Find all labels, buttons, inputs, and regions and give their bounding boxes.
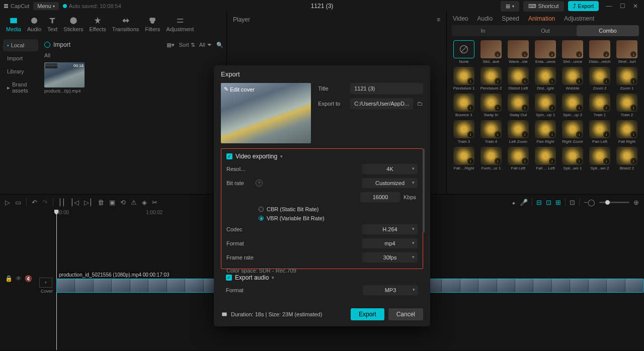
export-dialog: Export ✎ Edit cover Title 1121 (3) Expor… xyxy=(214,65,430,326)
resolution-label: Resol... xyxy=(226,166,256,172)
audio-export-header: ✓ Export audio ▾ xyxy=(226,274,418,281)
codec-select[interactable]: H.264 xyxy=(362,224,418,234)
format-label: Format xyxy=(226,240,256,246)
bitrate-value-input[interactable]: 16000 xyxy=(360,192,400,202)
export-confirm-button[interactable]: Export xyxy=(351,308,384,320)
modal-overlay: Export ✎ Edit cover Title 1121 (3) Expor… xyxy=(0,0,644,351)
dialog-title: Export xyxy=(214,65,430,83)
bitrate-help-icon[interactable]: ? xyxy=(256,180,263,187)
exportto-input[interactable]: C:/Users/User/AppD... xyxy=(350,98,413,109)
cbr-radio[interactable] xyxy=(259,207,264,212)
bitrate-label: Bit rate xyxy=(226,180,256,186)
audio-format-select[interactable]: MP3 xyxy=(363,285,418,295)
codec-label: Codec xyxy=(226,226,256,232)
video-exporting-header: ✓ Video exporting ▾ xyxy=(226,153,418,160)
framerate-label: Frame rate xyxy=(226,254,256,260)
svg-rect-7 xyxy=(222,313,226,316)
browse-folder-icon[interactable]: 🗀 xyxy=(417,100,423,107)
exportto-label: Export to xyxy=(318,101,346,107)
duration-info: Duration: 18s | Size: 23M (estimated) xyxy=(221,311,322,318)
bitrate-select[interactable]: Customized xyxy=(362,178,418,188)
bitrate-unit: Kbps xyxy=(404,194,418,200)
audio-export-checkbox[interactable]: ✓ xyxy=(226,275,232,281)
edit-cover-button[interactable]: ✎ Edit cover xyxy=(224,86,255,93)
vbr-radio[interactable] xyxy=(259,216,264,221)
cancel-button[interactable]: Cancel xyxy=(388,308,423,320)
audio-format-label: Format xyxy=(226,287,255,293)
resolution-select[interactable]: 4K xyxy=(362,164,418,174)
cbr-radio-row[interactable]: CBR (Static Bit Rate) xyxy=(226,206,418,212)
color-space-info: Color space: SDR - Rec.709 xyxy=(226,267,418,275)
format-select[interactable]: mp4 xyxy=(362,238,418,248)
framerate-select[interactable]: 30fps xyxy=(362,252,418,262)
vbr-radio-row[interactable]: VBR (Variable Bit Rate) xyxy=(226,215,418,221)
title-label: Title xyxy=(318,85,346,92)
cover-preview: ✎ Edit cover xyxy=(221,83,311,143)
video-exporting-checkbox[interactable]: ✓ xyxy=(226,153,232,159)
title-input[interactable]: 1121 (3) xyxy=(350,83,423,94)
video-export-settings: ✓ Video exporting ▾ Resol... 4K Bit rate… xyxy=(221,148,423,269)
